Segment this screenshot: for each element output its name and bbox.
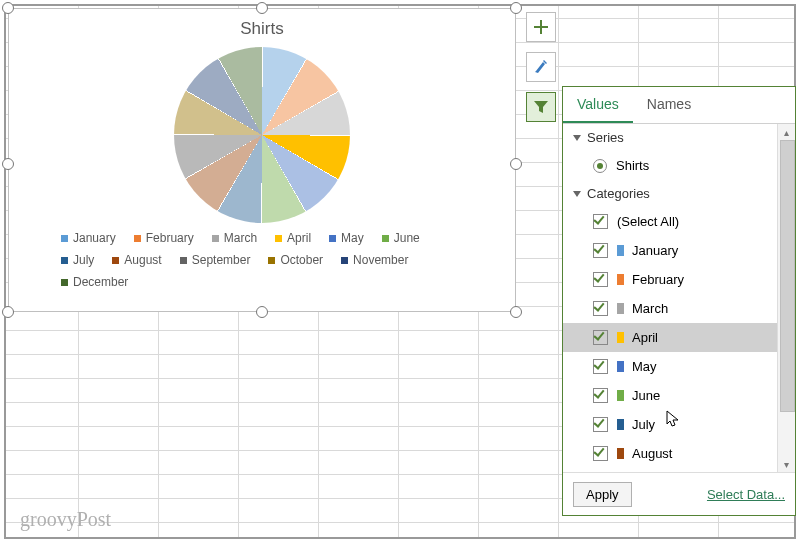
- tab-values[interactable]: Values: [563, 87, 633, 123]
- category-label: August: [632, 446, 672, 461]
- legend-label: June: [394, 231, 420, 245]
- legend-item: July: [61, 253, 94, 267]
- category-label: February: [632, 272, 684, 287]
- legend-swatch: [329, 235, 336, 242]
- pie-chart[interactable]: Shirts JanuaryFebruaryMarchAprilMayJuneJ…: [8, 8, 516, 312]
- legend-label: September: [192, 253, 251, 267]
- category-item[interactable]: September: [563, 468, 777, 472]
- categories-group-header[interactable]: Categories: [563, 180, 777, 207]
- legend-item: June: [382, 231, 420, 245]
- category-label: April: [632, 330, 658, 345]
- tab-names[interactable]: Names: [633, 87, 705, 123]
- legend-label: October: [280, 253, 323, 267]
- category-item[interactable]: February: [563, 265, 777, 294]
- select-all-label: (Select All): [617, 214, 679, 229]
- category-swatch: [617, 361, 624, 372]
- resize-handle[interactable]: [2, 2, 14, 14]
- legend-label: February: [146, 231, 194, 245]
- checkbox-checked-icon: [593, 214, 608, 229]
- chevron-down-icon: [573, 191, 581, 197]
- legend-swatch: [382, 235, 389, 242]
- pie-plot: [174, 47, 350, 223]
- legend-label: August: [124, 253, 161, 267]
- category-swatch: [617, 390, 624, 401]
- category-item[interactable]: March: [563, 294, 777, 323]
- legend-swatch: [61, 257, 68, 264]
- series-item-label: Shirts: [616, 158, 649, 173]
- category-swatch: [617, 303, 624, 314]
- legend-label: July: [73, 253, 94, 267]
- category-item[interactable]: January: [563, 236, 777, 265]
- category-swatch: [617, 245, 624, 256]
- resize-handle[interactable]: [510, 2, 522, 14]
- panel-scrollbar[interactable]: ▴ ▾: [777, 124, 795, 472]
- chart-filter-panel: Values Names Series Shirts Categories: [562, 86, 796, 516]
- scrollbar-thumb[interactable]: [780, 140, 795, 412]
- resize-handle[interactable]: [2, 158, 14, 170]
- checkbox-checked-icon: [593, 359, 608, 374]
- category-item[interactable]: July: [563, 410, 777, 439]
- legend-swatch: [134, 235, 141, 242]
- legend-item: November: [341, 253, 408, 267]
- legend-label: November: [353, 253, 408, 267]
- category-item[interactable]: June: [563, 381, 777, 410]
- category-label: May: [632, 359, 657, 374]
- scroll-down-icon[interactable]: ▾: [778, 456, 795, 472]
- legend-swatch: [112, 257, 119, 264]
- legend-swatch: [268, 257, 275, 264]
- category-item[interactable]: April: [563, 323, 777, 352]
- chart-legend: JanuaryFebruaryMarchAprilMayJuneJulyAugu…: [9, 223, 515, 293]
- checkbox-checked-icon: [593, 301, 608, 316]
- checkbox-checked-icon: [593, 417, 608, 432]
- legend-item: April: [275, 231, 311, 245]
- select-data-link[interactable]: Select Data...: [707, 487, 785, 502]
- category-swatch: [617, 332, 624, 343]
- apply-button[interactable]: Apply: [573, 482, 632, 507]
- chart-filters-button[interactable]: [526, 92, 556, 122]
- watermark: groovyPost: [20, 508, 111, 531]
- legend-label: December: [73, 275, 128, 289]
- legend-swatch: [212, 235, 219, 242]
- resize-handle[interactable]: [256, 306, 268, 318]
- chart-elements-button[interactable]: [526, 12, 556, 42]
- categories-header-label: Categories: [587, 186, 650, 201]
- legend-item: September: [180, 253, 251, 267]
- resize-handle[interactable]: [510, 158, 522, 170]
- legend-swatch: [341, 257, 348, 264]
- chevron-down-icon: [573, 135, 581, 141]
- category-swatch: [617, 274, 624, 285]
- series-group-header[interactable]: Series: [563, 124, 777, 151]
- legend-swatch: [275, 235, 282, 242]
- resize-handle[interactable]: [510, 306, 522, 318]
- checkbox-checked-icon: [593, 243, 608, 258]
- category-item[interactable]: August: [563, 439, 777, 468]
- legend-item: December: [61, 275, 128, 289]
- category-item[interactable]: May: [563, 352, 777, 381]
- resize-handle[interactable]: [256, 2, 268, 14]
- legend-swatch: [61, 235, 68, 242]
- chart-styles-button[interactable]: [526, 52, 556, 82]
- legend-swatch: [180, 257, 187, 264]
- category-select-all[interactable]: (Select All): [563, 207, 777, 236]
- category-swatch: [617, 419, 624, 430]
- legend-label: January: [73, 231, 116, 245]
- resize-handle[interactable]: [2, 306, 14, 318]
- legend-swatch: [61, 279, 68, 286]
- legend-item: March: [212, 231, 257, 245]
- category-label: January: [632, 243, 678, 258]
- chart-title: Shirts: [9, 19, 515, 39]
- series-item-shirts[interactable]: Shirts: [563, 151, 777, 180]
- legend-item: February: [134, 231, 194, 245]
- checkbox-checked-icon: [593, 330, 608, 345]
- checkbox-checked-icon: [593, 388, 608, 403]
- legend-label: March: [224, 231, 257, 245]
- legend-label: May: [341, 231, 364, 245]
- legend-item: January: [61, 231, 116, 245]
- radio-checked-icon: [593, 159, 607, 173]
- category-label: July: [632, 417, 655, 432]
- legend-item: October: [268, 253, 323, 267]
- category-swatch: [617, 448, 624, 459]
- scroll-up-icon[interactable]: ▴: [778, 124, 795, 140]
- legend-item: May: [329, 231, 364, 245]
- checkbox-checked-icon: [593, 446, 608, 461]
